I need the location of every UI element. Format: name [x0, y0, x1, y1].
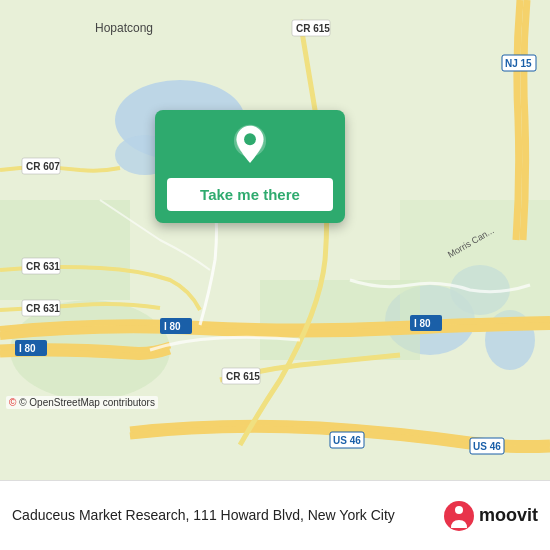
svg-text:US 46: US 46 [333, 435, 361, 446]
popup-card: Take me there [155, 110, 345, 223]
moovit-brand-icon [443, 500, 475, 532]
svg-point-38 [455, 506, 463, 514]
svg-text:NJ 15: NJ 15 [505, 58, 532, 69]
moovit-brand-text: moovit [479, 505, 538, 526]
svg-text:CR 631: CR 631 [26, 303, 60, 314]
svg-text:Hopatcong: Hopatcong [95, 21, 153, 35]
take-me-there-button[interactable]: Take me there [167, 178, 333, 211]
map-container: Hopatcong CR 607 CR 615 CR 631 CR 631 I … [0, 0, 550, 480]
svg-text:CR 607: CR 607 [26, 161, 60, 172]
moovit-logo: moovit [443, 500, 538, 532]
location-pin-icon [228, 124, 272, 168]
svg-text:CR 615: CR 615 [296, 23, 330, 34]
osm-attribution: © © OpenStreetMap contributors [6, 396, 158, 409]
svg-text:I 80: I 80 [164, 321, 181, 332]
svg-text:I 80: I 80 [414, 318, 431, 329]
svg-text:US 46: US 46 [473, 441, 501, 452]
svg-point-36 [244, 133, 256, 145]
svg-text:CR 631: CR 631 [26, 261, 60, 272]
svg-text:I 80: I 80 [19, 343, 36, 354]
destination-text: Caduceus Market Research, 111 Howard Blv… [12, 506, 433, 524]
bottom-bar: Caduceus Market Research, 111 Howard Blv… [0, 480, 550, 550]
svg-rect-6 [0, 200, 130, 300]
svg-rect-7 [260, 280, 420, 360]
svg-text:CR 615: CR 615 [226, 371, 260, 382]
